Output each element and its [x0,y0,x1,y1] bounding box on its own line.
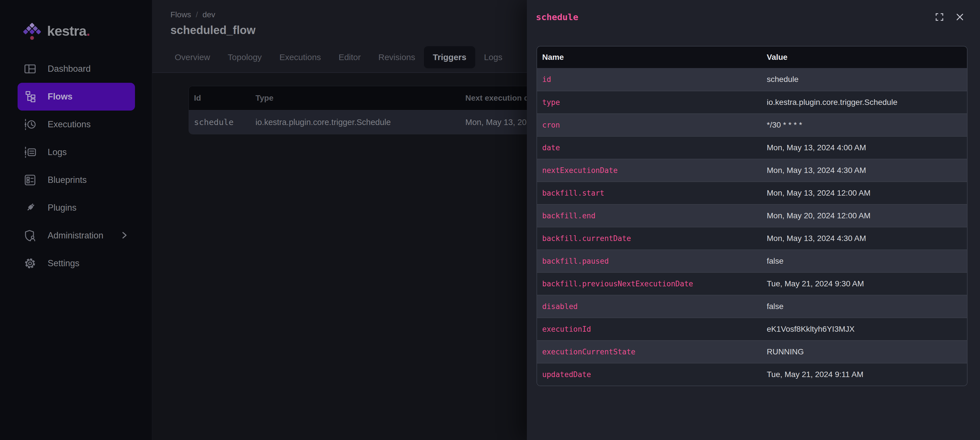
sidebar-item-plugins[interactable]: Plugins [18,194,135,222]
tab-logs[interactable]: Logs [475,46,511,68]
property-name: disabled [537,295,762,318]
sidebar-nav: DashboardFlowsExecutionsLogsBlueprintsPl… [0,55,152,277]
settings-icon [24,257,37,270]
tab-triggers[interactable]: Triggers [424,46,475,68]
property-row: nextExecutionDateMon, May 13, 2024 4:30 … [537,159,967,181]
property-name: updatedDate [537,363,762,386]
property-name: executionId [537,318,762,340]
property-value: */30 * * * * [762,113,967,136]
breadcrumb-item[interactable]: Flows [170,10,191,19]
plugins-icon [24,201,37,214]
sidebar-item-label: Plugins [48,203,76,213]
drawer-header: schedule [527,0,980,34]
sidebar-item-administration[interactable]: Administration [18,222,135,249]
sidebar-item-logs[interactable]: Logs [18,138,135,166]
property-row: backfill.pausedfalse [537,249,967,272]
fullscreen-icon[interactable] [934,12,945,22]
tab-executions[interactable]: Executions [270,46,330,68]
close-icon[interactable] [955,12,965,22]
property-value: false [762,295,967,318]
property-name: executionCurrentState [537,340,762,363]
triggers-column-header: Type [256,94,465,103]
property-row: disabledfalse [537,295,967,318]
property-value: schedule [762,68,967,91]
logs-icon [24,146,37,159]
flows-icon [24,90,37,103]
property-value: RUNNING [762,340,967,363]
sidebar-item-settings[interactable]: Settings [18,249,135,277]
sidebar-item-blueprints[interactable]: Blueprints [18,166,135,194]
property-name: cron [537,113,762,136]
administration-icon [24,229,37,242]
property-row: cron*/30 * * * * [537,113,967,136]
property-name: backfill.end [537,204,762,227]
blueprints-icon [24,173,37,187]
executions-icon [24,118,37,131]
property-name: backfill.start [537,181,762,204]
property-row: backfill.startMon, May 13, 2024 12:00 AM [537,181,967,204]
sidebar-item-executions[interactable]: Executions [18,111,135,138]
tab-editor[interactable]: Editor [330,46,369,68]
property-row: dateMon, May 13, 2024 4:00 AM [537,136,967,159]
property-row: backfill.endMon, May 20, 2024 12:00 AM [537,204,967,227]
property-value: Mon, May 13, 2024 4:30 AM [762,227,967,249]
property-row: typeio.kestra.plugin.core.trigger.Schedu… [537,91,967,113]
property-value: false [762,249,967,272]
sidebar-item-label: Administration [48,230,103,241]
sidebar-item-label: Flows [48,92,73,102]
property-name: backfill.currentDate [537,227,762,249]
sidebar-item-label: Executions [48,119,91,130]
sidebar-item-flows[interactable]: Flows [18,83,135,111]
chevron-right-icon [121,231,127,240]
breadcrumb-item[interactable]: dev [202,10,215,19]
column-header-name: Name [537,46,762,68]
sidebar-item-label: Logs [48,147,67,157]
property-value: io.kestra.plugin.core.trigger.Schedule [762,91,967,113]
property-value: Tue, May 21, 2024 9:30 AM [762,272,967,295]
property-value: Tue, May 21, 2024 9:11 AM [762,363,967,386]
triggers-column-header: Id [189,94,256,103]
property-name: nextExecutionDate [537,159,762,181]
trigger-id-link[interactable]: schedule [189,118,256,127]
drawer-body: Name Value idscheduletypeio.kestra.plugi… [527,34,980,386]
column-header-value: Value [762,46,967,68]
drawer-title: schedule [536,12,578,22]
sidebar-item-label: Dashboard [48,64,91,74]
sidebar-item-label: Blueprints [48,175,87,185]
property-value: Mon, May 13, 2024 4:30 AM [762,159,967,181]
property-name: id [537,68,762,91]
tab-topology[interactable]: Topology [219,46,270,68]
sidebar-item-label: Settings [48,258,80,268]
brand-dot: . [86,23,90,38]
tab-overview[interactable]: Overview [166,46,219,68]
brand-name: kestra. [47,23,90,39]
trigger-type: io.kestra.plugin.core.trigger.Schedule [256,118,465,127]
brand-logo[interactable]: kestra. [0,0,152,40]
drawer-actions [934,12,965,22]
property-name: backfill.paused [537,249,762,272]
property-value: Mon, May 20, 2024 12:00 AM [762,204,967,227]
property-value: eK1Vosf8Kkltyh6YI3MJX [762,318,967,340]
sidebar-item-dashboard[interactable]: Dashboard [18,55,135,83]
property-row: backfill.previousNextExecutionDateTue, M… [537,272,967,295]
trigger-properties-table: Name Value idscheduletypeio.kestra.plugi… [536,46,967,386]
property-row: updatedDateTue, May 21, 2024 9:11 AM [537,363,967,386]
kestra-logo-icon [23,22,41,40]
property-name: type [537,91,762,113]
property-name: date [537,136,762,159]
property-row: executionCurrentStateRUNNING [537,340,967,363]
trigger-detail-drawer: schedule Name Value [527,0,980,440]
property-row: backfill.currentDateMon, May 13, 2024 4:… [537,227,967,249]
breadcrumb-separator: / [196,10,198,19]
property-value: Mon, May 13, 2024 4:00 AM [762,136,967,159]
property-row: executionIdeK1Vosf8Kkltyh6YI3MJX [537,318,967,340]
tab-revisions[interactable]: Revisions [369,46,424,68]
dashboard-icon [24,62,37,75]
property-row: idschedule [537,68,967,91]
property-value: Mon, May 13, 2024 12:00 AM [762,181,967,204]
sidebar: kestra. DashboardFlowsExecutionsLogsBlue… [0,0,152,440]
property-name: backfill.previousNextExecutionDate [537,272,762,295]
